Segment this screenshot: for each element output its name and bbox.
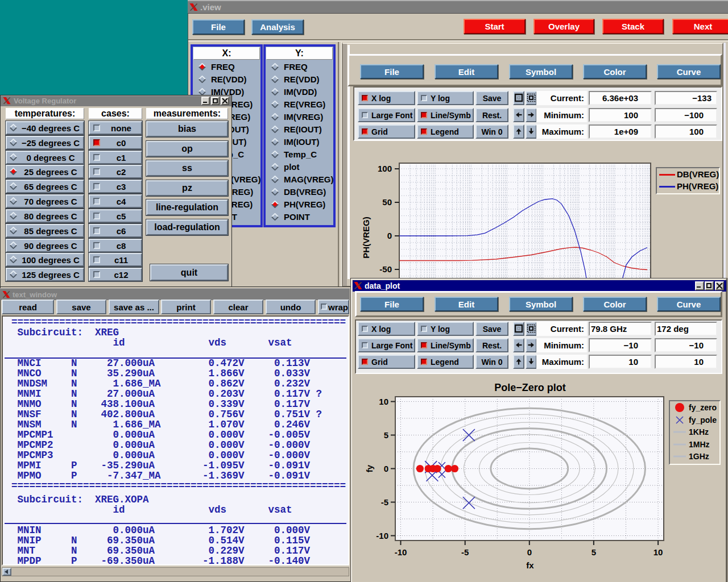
svg-text:Pole−Zero plot: Pole−Zero plot — [494, 382, 566, 393]
svg-text:50: 50 — [382, 197, 392, 207]
svg-text:0: 0 — [527, 547, 532, 557]
svg-text:fy: fy — [365, 464, 374, 472]
svg-text:0: 0 — [387, 231, 392, 240]
svg-text:-5: -5 — [461, 547, 469, 557]
svg-text:5: 5 — [384, 430, 388, 440]
svg-text:-10: -10 — [376, 531, 388, 541]
svg-text:0: 0 — [384, 464, 388, 473]
svg-text:-5: -5 — [381, 497, 388, 507]
svg-text:fx: fx — [526, 560, 534, 570]
svg-text:100: 100 — [378, 164, 392, 173]
svg-text:10: 10 — [379, 397, 388, 406]
svg-text:5: 5 — [592, 547, 596, 557]
svg-text:-50: -50 — [379, 264, 392, 274]
svg-text:PH(VREG): PH(VREG) — [361, 217, 371, 258]
svg-text:-10: -10 — [395, 547, 407, 557]
svg-text:10: 10 — [653, 547, 663, 557]
